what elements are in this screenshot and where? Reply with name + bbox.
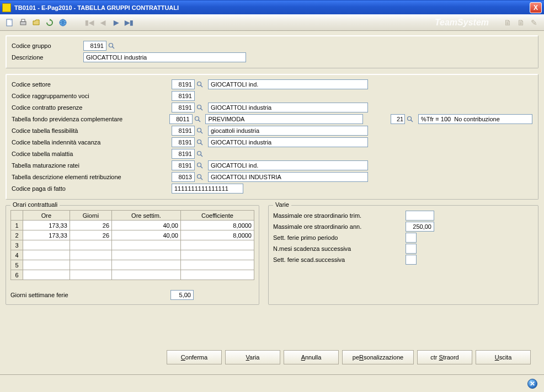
nav-first-icon[interactable]: ▮◀ — [84, 17, 95, 28]
table-cell[interactable] — [112, 260, 181, 270]
lookup-icon[interactable] — [196, 162, 204, 169]
field-desc-input[interactable] — [208, 79, 368, 89]
table-cell[interactable] — [112, 250, 181, 260]
field-desc-input[interactable] — [208, 126, 368, 136]
field-desc-input[interactable] — [205, 114, 363, 124]
app-icon — [2, 3, 11, 12]
table-cell[interactable]: 173,33 — [23, 230, 70, 240]
table-cell[interactable] — [23, 260, 70, 270]
table-cell[interactable] — [23, 250, 70, 260]
svg-line-19 — [201, 155, 203, 157]
table-cell[interactable]: 26 — [70, 221, 111, 230]
row-header: 3 — [11, 240, 23, 250]
toolbar-globe-icon[interactable] — [57, 17, 68, 28]
codice-gruppo-input[interactable] — [83, 41, 106, 51]
varie-input[interactable] — [406, 255, 417, 265]
table-cell[interactable] — [180, 250, 254, 260]
lookup-icon[interactable] — [196, 138, 204, 146]
table-row[interactable]: 5 — [11, 260, 254, 270]
status-info-icon[interactable]: ✕ — [527, 379, 537, 389]
lookup-icon[interactable] — [196, 104, 204, 111]
lookup-icon[interactable] — [196, 127, 204, 135]
varie-legend: Varie — [273, 201, 291, 208]
table-row[interactable]: 3 — [11, 240, 254, 250]
lookup-icon[interactable] — [108, 42, 115, 50]
lookup-icon[interactable] — [196, 173, 204, 181]
table-cell[interactable]: 8,0000 — [180, 221, 254, 230]
varie-row: Sett. ferie primo periodo — [273, 232, 534, 243]
table-cell[interactable] — [70, 260, 111, 270]
field-desc-input[interactable] — [208, 160, 368, 170]
table-cell[interactable] — [23, 270, 70, 280]
giorni-sett-label: Giorni settimane ferie — [10, 292, 170, 298]
conferma-button[interactable]: Conferma — [167, 350, 222, 364]
table-cell[interactable] — [112, 240, 181, 250]
field-label: Codice settore — [12, 81, 172, 88]
table-cell[interactable]: 40,00 — [112, 230, 181, 240]
field-row: Codice contratto presenze — [12, 102, 532, 113]
nav-prev-icon[interactable]: ◀ — [97, 17, 108, 28]
svg-point-4 — [109, 44, 113, 47]
field-desc-input[interactable] — [208, 103, 368, 112]
toolbar-refresh-icon[interactable] — [44, 17, 55, 28]
uscita-button[interactable]: Uscita — [476, 350, 531, 364]
table-header — [11, 211, 23, 221]
toolbar-right-3-icon[interactable]: ✎ — [529, 17, 540, 28]
row-header: 2 — [11, 230, 23, 240]
table-cell[interactable]: 40,00 — [112, 221, 181, 230]
nav-last-icon[interactable]: ▶▮ — [124, 17, 135, 28]
row-header: 1 — [11, 221, 23, 230]
table-row[interactable]: 6 — [11, 270, 254, 280]
field-code-input data-interactable= — [172, 91, 195, 101]
table-cell[interactable] — [70, 270, 111, 280]
row-header: 6 — [11, 270, 23, 280]
table-cell[interactable] — [180, 260, 254, 270]
table-cell[interactable]: 173,33 — [23, 221, 70, 230]
annulla-button[interactable]: Annulla — [284, 350, 339, 364]
extra-desc-input[interactable] — [418, 114, 532, 124]
toolbar-open-icon[interactable] — [31, 17, 42, 28]
table-cell[interactable] — [70, 240, 111, 250]
extra-code-input[interactable] — [391, 114, 405, 124]
lookup-icon[interactable] — [194, 115, 201, 123]
lookup-icon[interactable] — [196, 80, 204, 88]
lookup-icon[interactable] — [406, 115, 414, 123]
toolbar-right-1-icon[interactable]: 🗎 — [502, 17, 513, 28]
giorni-sett-input[interactable] — [170, 290, 194, 300]
svg-line-21 — [201, 167, 203, 169]
field-desc-input[interactable] — [208, 137, 368, 147]
table-cell[interactable] — [70, 250, 111, 260]
field-desc-input[interactable] — [208, 172, 368, 182]
close-button[interactable]: X — [530, 2, 542, 13]
table-row[interactable]: 1173,332640,008,0000 — [11, 221, 254, 230]
toolbar-print-icon[interactable] — [18, 17, 29, 28]
row-header: 4 — [11, 250, 23, 260]
svg-line-7 — [201, 85, 203, 88]
descrizione-input[interactable] — [83, 52, 246, 62]
table-cell[interactable]: 8,0000 — [180, 230, 254, 240]
field-label: Codice tabella flessibilità — [12, 127, 172, 134]
nav-next-icon[interactable]: ▶ — [110, 17, 121, 28]
varie-input[interactable] — [406, 233, 417, 243]
field-label: Codice tabella indennità vacanza — [12, 139, 172, 146]
varia-button[interactable]: Varia — [225, 350, 280, 364]
toolbar-right-2-icon[interactable]: 🗎 — [515, 17, 526, 28]
table-cell[interactable]: 26 — [70, 230, 111, 240]
varie-input[interactable] — [406, 244, 417, 254]
codice-paga-input[interactable] — [172, 184, 243, 194]
varie-input[interactable] — [406, 211, 434, 221]
table-header: Giorni — [70, 211, 111, 221]
table-cell[interactable] — [23, 240, 70, 250]
lookup-icon[interactable] — [196, 150, 204, 158]
table-cell[interactable] — [180, 270, 254, 280]
toolbar-new-icon[interactable] — [4, 17, 15, 28]
varie-input[interactable] — [406, 222, 434, 232]
table-cell[interactable] — [112, 270, 181, 280]
field-row: Tabella maturazione ratei — [12, 160, 532, 171]
table-cell[interactable] — [180, 240, 254, 250]
personalizzazione-button[interactable]: peRsonalizzazione — [342, 350, 414, 364]
table-row[interactable]: 4 — [11, 250, 254, 260]
table-row[interactable]: 2173,332640,008,0000 — [11, 230, 254, 240]
field-row: Codice raggruppamento voci — [12, 90, 532, 101]
ctr-straord-button[interactable]: ctr Straord — [417, 350, 472, 364]
